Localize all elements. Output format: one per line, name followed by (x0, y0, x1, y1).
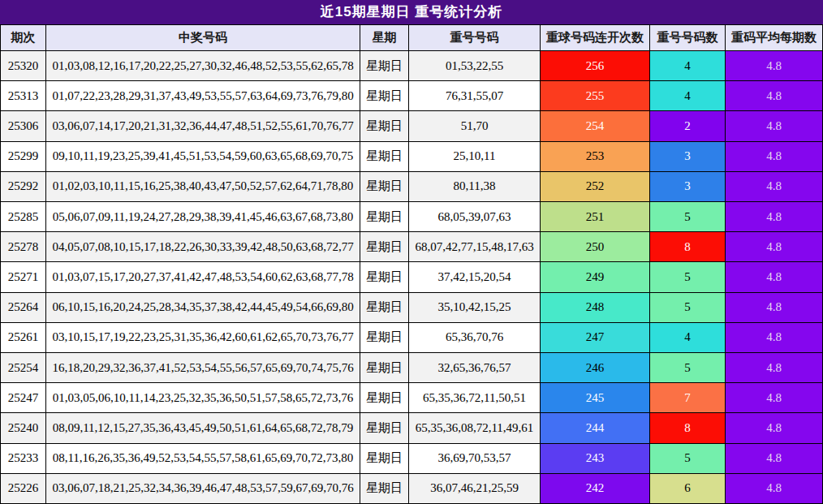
repeat-count-cell: 3 (650, 142, 726, 172)
weekday-cell: 星期日 (360, 111, 409, 141)
period-cell: 25320 (1, 51, 46, 81)
weekday-cell: 星期日 (360, 413, 409, 443)
period-cell: 25285 (1, 202, 46, 232)
period-cell: 25292 (1, 172, 46, 202)
avg-per-period-cell: 4.8 (726, 413, 823, 443)
weekday-cell: 星期日 (360, 293, 409, 323)
weekday-cell: 星期日 (360, 323, 409, 353)
winning-numbers-cell: 16,18,20,29,32,36,37,41,52,53,54,55,56,5… (46, 353, 360, 383)
period-cell: 25306 (1, 111, 46, 141)
avg-per-period-cell: 4.8 (726, 383, 823, 413)
repeat-numbers-cell: 35,10,42,15,25 (409, 293, 541, 323)
period-cell: 25271 (1, 262, 46, 292)
period-cell: 25226 (1, 474, 46, 504)
period-cell: 25254 (1, 353, 46, 383)
winning-numbers-cell: 01,03,07,15,17,20,27,37,41,42,47,48,53,5… (46, 262, 360, 292)
col-header-avg-per-period: 重码平均每期数 (726, 25, 823, 51)
winning-numbers-cell: 03,06,07,18,21,25,32,34,36,39,46,47,48,5… (46, 474, 360, 504)
streak-count-cell: 250 (541, 232, 650, 262)
repeat-numbers-cell: 25,10,11 (409, 142, 541, 172)
col-header-winning-numbers: 中奖号码 (46, 25, 360, 51)
avg-per-period-cell: 4.8 (726, 111, 823, 141)
repeat-count-cell: 3 (650, 172, 726, 202)
repeat-numbers-cell: 65,35,36,72,11,50,51 (409, 383, 541, 413)
col-header-repeat-numbers: 重号号码 (409, 25, 541, 51)
repeat-count-cell: 5 (650, 202, 726, 232)
avg-per-period-cell: 4.8 (726, 262, 823, 292)
repeat-count-cell: 7 (650, 383, 726, 413)
avg-per-period-cell: 4.8 (726, 172, 823, 202)
streak-count-cell: 252 (541, 172, 650, 202)
repeat-numbers-cell: 36,69,70,53,57 (409, 444, 541, 474)
streak-count-cell: 249 (541, 262, 650, 292)
repeat-count-cell: 4 (650, 81, 726, 111)
streak-count-cell: 247 (541, 323, 650, 353)
period-cell: 25299 (1, 142, 46, 172)
repeat-numbers-cell: 32,65,36,76,57 (409, 353, 541, 383)
repeat-count-cell: 5 (650, 444, 726, 474)
streak-count-cell: 256 (541, 51, 650, 81)
avg-per-period-cell: 4.8 (726, 444, 823, 474)
weekday-cell: 星期日 (360, 172, 409, 202)
winning-numbers-cell: 04,05,07,08,10,15,17,18,22,26,30,33,39,4… (46, 232, 360, 262)
weekday-cell: 星期日 (360, 353, 409, 383)
weekday-cell: 星期日 (360, 142, 409, 172)
avg-per-period-cell: 4.8 (726, 202, 823, 232)
period-cell: 25261 (1, 323, 46, 353)
winning-numbers-cell: 06,10,15,16,20,24,25,28,34,35,37,38,42,4… (46, 293, 360, 323)
streak-count-cell: 242 (541, 474, 650, 504)
repeat-numbers-cell: 51,70 (409, 111, 541, 141)
weekday-cell: 星期日 (360, 232, 409, 262)
avg-per-period-cell: 4.8 (726, 323, 823, 353)
repeat-count-cell: 8 (650, 413, 726, 443)
avg-per-period-cell: 4.8 (726, 474, 823, 504)
winning-numbers-cell: 03,10,15,17,19,22,23,25,31,35,36,42,60,6… (46, 323, 360, 353)
avg-per-period-cell: 4.8 (726, 232, 823, 262)
streak-count-cell: 251 (541, 202, 650, 232)
period-cell: 25278 (1, 232, 46, 262)
repeat-numbers-cell: 36,07,46,21,25,59 (409, 474, 541, 504)
streak-count-cell: 248 (541, 293, 650, 323)
winning-numbers-cell: 05,06,07,09,11,19,24,27,28,29,38,39,41,4… (46, 202, 360, 232)
streak-count-cell: 253 (541, 142, 650, 172)
repeat-count-cell: 5 (650, 293, 726, 323)
streak-count-cell: 245 (541, 383, 650, 413)
weekday-cell: 星期日 (360, 474, 409, 504)
weekday-cell: 星期日 (360, 383, 409, 413)
winning-numbers-cell: 01,03,08,12,16,17,20,22,25,27,30,32,46,4… (46, 51, 360, 81)
col-header-weekday: 星期 (360, 25, 409, 51)
period-cell: 25240 (1, 413, 46, 443)
repeat-count-cell: 4 (650, 323, 726, 353)
repeat-count-cell: 5 (650, 353, 726, 383)
repeat-numbers-cell: 65,36,70,76 (409, 323, 541, 353)
repeat-numbers-cell: 80,11,38 (409, 172, 541, 202)
weekday-cell: 星期日 (360, 202, 409, 232)
winning-numbers-cell: 08,09,11,12,15,27,35,36,43,45,49,50,51,6… (46, 413, 360, 443)
avg-per-period-cell: 4.8 (726, 51, 823, 81)
streak-count-cell: 246 (541, 353, 650, 383)
streak-count-cell: 255 (541, 81, 650, 111)
period-cell: 25247 (1, 383, 46, 413)
period-cell: 25233 (1, 444, 46, 474)
repeat-numbers-cell: 01,53,22,55 (409, 51, 541, 81)
page-title: 近15期星期日 重号统计分析 (0, 0, 823, 24)
col-header-repeat-count: 重号号码数 (650, 25, 726, 51)
repeat-numbers-cell: 68,05,39,07,63 (409, 202, 541, 232)
avg-per-period-cell: 4.8 (726, 353, 823, 383)
winning-numbers-cell: 01,07,22,23,28,29,31,37,43,49,53,55,57,6… (46, 81, 360, 111)
winning-numbers-cell: 01,03,05,06,10,11,14,23,25,32,35,36,50,5… (46, 383, 360, 413)
repeat-numbers-cell: 37,42,15,20,54 (409, 262, 541, 292)
repeat-numbers-cell: 68,07,42,77,15,48,17,63 (409, 232, 541, 262)
stats-table: 期次 中奖号码 星期 重号号码 重球号码连开次数 重号号码数 重码平均每期数 2… (0, 24, 823, 504)
streak-count-cell: 244 (541, 413, 650, 443)
repeat-numbers-cell: 76,31,55,07 (409, 81, 541, 111)
winning-numbers-cell: 03,06,07,14,17,20,21,31,32,36,44,47,48,5… (46, 111, 360, 141)
streak-count-cell: 254 (541, 111, 650, 141)
repeat-count-cell: 5 (650, 262, 726, 292)
lottery-repeat-stats-window: 近15期星期日 重号统计分析 期次 中奖号码 星期 重号号码 重球号码连开次数 … (0, 0, 823, 504)
winning-numbers-cell: 08,11,16,26,35,36,49,52,53,54,55,57,58,6… (46, 444, 360, 474)
repeat-count-cell: 4 (650, 51, 726, 81)
repeat-count-cell: 2 (650, 111, 726, 141)
repeat-count-cell: 8 (650, 232, 726, 262)
weekday-cell: 星期日 (360, 444, 409, 474)
